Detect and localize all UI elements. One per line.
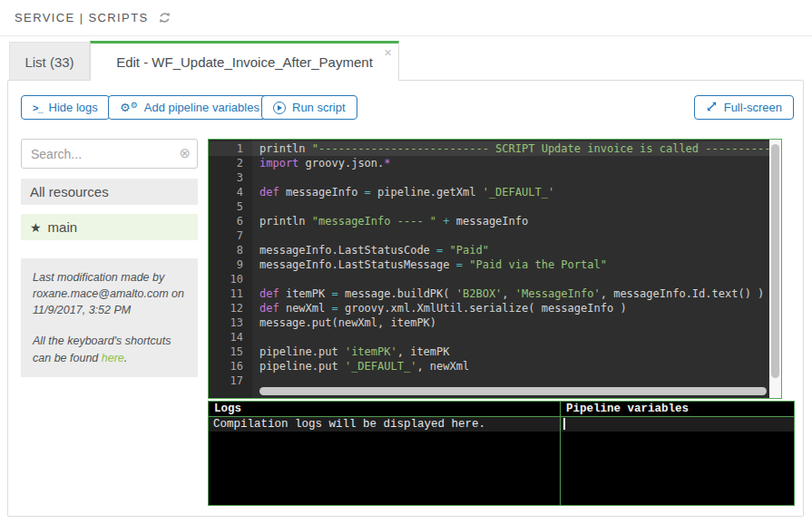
tab-list-label: List (33) <box>24 54 73 70</box>
code-line[interactable]: 15pipeline.put 'itemPK', itemPK <box>209 344 771 359</box>
run-script-button[interactable]: Run script <box>261 95 357 120</box>
tab-list[interactable]: List (33) <box>9 42 90 81</box>
gears-icon: ⚙⚙ <box>120 102 138 113</box>
logs-panel-title: Logs <box>209 402 560 417</box>
code-line[interactable]: 6println "messageInfo ---- " + messageIn… <box>209 214 771 228</box>
code-line[interactable]: 10 <box>209 272 771 286</box>
modification-note: Last modification made by roxane.mace@am… <box>21 258 198 377</box>
last-modification-text: Last modification made by roxane.mace@am… <box>33 269 186 318</box>
code-line[interactable]: 9messageInfo.LastStatusMessage = "Paid v… <box>209 257 771 272</box>
logs-rows: Compilation logs will be displayed here. <box>209 417 560 432</box>
search-box: ⊗ <box>21 139 198 169</box>
breadcrumb: SERVICE | SCRIPTS <box>15 11 149 24</box>
app-window: SERVICE | SCRIPTS List (33) Edit - WF_Up… <box>0 0 812 524</box>
text-caret <box>563 418 565 430</box>
star-icon: ★ <box>30 220 42 235</box>
tab-edit-script[interactable]: Edit - WF_Update_Invoice_After_Payment × <box>90 41 399 81</box>
main-item-label: main <box>48 219 78 235</box>
terminal-icon: >_ <box>33 102 43 113</box>
sidebar-item-all-resources[interactable]: All resources <box>21 179 198 205</box>
logs-panel: Logs Compilation logs will be displayed … <box>208 401 561 506</box>
code-line[interactable]: 11def itemPK = message.buildPK( 'B2BOX',… <box>209 286 771 301</box>
shortcuts-text: All the keyboard's shortcuts can be foun… <box>33 333 186 365</box>
code-line[interactable]: 16pipeline.put '_DEFAULT_', newXml <box>209 359 771 374</box>
search-clear-icon[interactable]: ⊗ <box>179 145 191 161</box>
editor-card: >_ Hide logs ⚙⚙ Add pipeline variables R… <box>7 80 804 517</box>
code-line[interactable]: 8messageInfo.LastStatusCode = "Paid" <box>209 243 771 257</box>
fullscreen-label: Full-screen <box>724 101 782 114</box>
pipeline-variables-row <box>561 417 794 432</box>
search-input[interactable] <box>21 139 198 169</box>
hide-logs-button[interactable]: >_ Hide logs <box>21 95 110 120</box>
code-line[interactable]: 1println "-------------------------- SCR… <box>209 141 771 156</box>
code-line[interactable]: 3 <box>209 170 771 185</box>
top-header: SERVICE | SCRIPTS <box>0 0 812 36</box>
code-line[interactable]: 12def newXml = groovy.xml.XmlUtil.serial… <box>209 301 771 315</box>
code-editor[interactable]: 1println "-------------------------- SCR… <box>208 139 782 399</box>
sidebar-item-main[interactable]: ★ main <box>21 214 198 240</box>
add-pipeline-variables-label: Add pipeline variables <box>144 101 259 114</box>
hide-logs-label: Hide logs <box>49 101 98 114</box>
tab-close-icon[interactable]: × <box>384 45 392 59</box>
code-line[interactable]: 2import groovy.json.* <box>209 156 771 170</box>
horizontal-scrollbar[interactable] <box>259 387 767 395</box>
all-resources-label: All resources <box>30 184 109 199</box>
vertical-scrollbar[interactable] <box>769 140 781 398</box>
add-pipeline-variables-button[interactable]: ⚙⚙ Add pipeline variables <box>108 95 271 120</box>
tab-edit-label: Edit - WF_Update_Invoice_After_Payment <box>116 54 373 70</box>
log-row: Compilation logs will be displayed here. <box>209 417 560 432</box>
code-line[interactable]: 5 <box>209 199 771 214</box>
code-line[interactable]: 17 <box>209 374 771 388</box>
refresh-icon[interactable] <box>158 11 171 24</box>
code-line[interactable]: 13message.put(newXml, itemPK) <box>209 315 771 330</box>
play-icon <box>273 102 286 114</box>
fullscreen-button[interactable]: Full-screen <box>694 95 794 120</box>
pipeline-variables-title: Pipeline variables <box>561 402 794 417</box>
run-script-label: Run script <box>292 101 346 114</box>
code-line[interactable]: 4def messageInfo = pipeline.getXml '_DEF… <box>209 185 771 199</box>
shortcuts-here-link[interactable]: here <box>102 352 124 364</box>
fullscreen-icon <box>706 101 718 115</box>
code-line[interactable]: 7 <box>209 228 771 243</box>
code-lines: 1println "-------------------------- SCR… <box>209 141 771 388</box>
pipeline-variables-panel: Pipeline variables <box>560 401 795 506</box>
code-line[interactable]: 14 <box>209 330 771 344</box>
